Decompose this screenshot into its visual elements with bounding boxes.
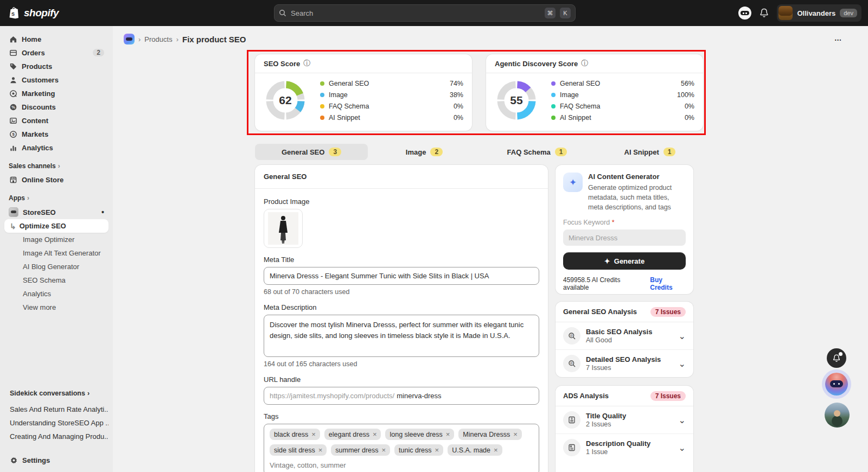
- customers-icon: [9, 75, 17, 84]
- conversation-item[interactable]: Understanding StoreSEO App ...: [4, 416, 108, 430]
- tab-general-seo[interactable]: General SEO3: [255, 144, 368, 160]
- tag-chip[interactable]: Minerva Dresss×: [458, 429, 521, 440]
- floating-ai-assistant-button[interactable]: [825, 373, 848, 396]
- tag-chip[interactable]: side slit dress×: [270, 444, 327, 456]
- conversation-item[interactable]: Creating And Managing Produ...: [4, 430, 108, 443]
- tag-chip[interactable]: long sleeve dress×: [385, 429, 454, 440]
- required-asterisk: *: [612, 219, 615, 226]
- sidebar-item-marketing[interactable]: Marketing: [4, 87, 108, 100]
- legend-dot: [320, 116, 324, 120]
- sidebar-item-discounts[interactable]: % Discounts: [4, 100, 108, 113]
- legend-dot: [551, 81, 556, 86]
- command-key: ⌘: [545, 8, 556, 18]
- chevron-down-icon[interactable]: ⌄: [679, 415, 686, 425]
- sidekick-conversations-header[interactable]: Sidekick conversations ›: [4, 385, 108, 403]
- tag-chip[interactable]: U.S.A. made×: [448, 444, 502, 456]
- url-handle-input[interactable]: https://jamitest.myshopify.com/products/…: [264, 387, 539, 405]
- more-options-button[interactable]: ⋯: [834, 36, 842, 44]
- sales-channels-header[interactable]: Sales channels ›: [0, 155, 113, 173]
- svg-text:S: S: [11, 11, 15, 17]
- notification-bell-icon[interactable]: [759, 8, 769, 18]
- tag-chip[interactable]: elegant dress×: [324, 429, 381, 440]
- ai-generator-description: Generate optimized product metadata, suc…: [588, 183, 686, 212]
- description-quality-row[interactable]: Description Quality1 Issue ⌄: [556, 434, 693, 461]
- tab-ai-snippet[interactable]: AI Snippet1: [593, 144, 706, 160]
- sidebar-item-view-more[interactable]: View more: [4, 301, 108, 314]
- tag-chip[interactable]: tunic dress×: [394, 444, 443, 456]
- url-prefix: https://jamitest.myshopify.com/products/: [270, 392, 394, 400]
- basic-seo-analysis-row[interactable]: @ Basic SEO AnalysisAll Good ⌄: [556, 322, 693, 350]
- sidebar-item-label: Online Store: [22, 176, 63, 184]
- storeseo-breadcrumb-icon[interactable]: [124, 34, 135, 44]
- remove-tag-icon[interactable]: ×: [382, 446, 386, 454]
- seo-score-card: SEO Score ⓘ 62 General SEO74% Image38% F…: [255, 54, 472, 131]
- floating-profile-avatar[interactable]: [825, 403, 850, 428]
- sidebar-item-analytics[interactable]: Analytics: [4, 141, 108, 154]
- sidebar-item-image-optimizer[interactable]: Image Optimizer: [4, 233, 108, 246]
- legend-row: General SEO74%: [320, 78, 463, 89]
- floating-notification-button[interactable]: [827, 348, 846, 368]
- sidebar-item-settings[interactable]: Settings: [4, 452, 108, 467]
- sidebar-item-optimize-seo[interactable]: ↳ Optimize SEO: [4, 219, 108, 233]
- info-icon[interactable]: ⓘ: [581, 59, 588, 68]
- magnifier-icon: @: [563, 327, 580, 345]
- legend-dot: [320, 81, 324, 86]
- sidebar-item-seo-schema[interactable]: SEO Schema: [4, 273, 108, 287]
- chevron-down-icon[interactable]: ⌄: [679, 443, 686, 453]
- remove-tag-icon[interactable]: ×: [311, 430, 316, 438]
- shopify-logo[interactable]: S shopify: [0, 7, 59, 20]
- marketing-icon: [9, 89, 17, 98]
- remove-tag-icon[interactable]: ×: [318, 446, 323, 454]
- breadcrumb-products-link[interactable]: Products: [144, 35, 172, 43]
- generate-button[interactable]: ✦ Generate: [563, 252, 686, 270]
- title-quality-row[interactable]: Title Quality2 Issues ⌄: [556, 406, 693, 434]
- sidebar-item-ai-blog-generator[interactable]: AI Blog Generator: [4, 260, 108, 273]
- focus-keyword-input[interactable]: Minerva Dresss: [563, 229, 686, 246]
- sidebar-item-online-store[interactable]: Online Store: [4, 173, 108, 186]
- conversation-item[interactable]: Sales And Return Rate Analyti...: [4, 403, 108, 416]
- sidebar-item-app-analytics[interactable]: Analytics: [4, 287, 108, 301]
- info-icon[interactable]: ⓘ: [303, 59, 310, 68]
- search-input[interactable]: Search ⌘ K: [274, 4, 576, 22]
- sidebar-item-orders[interactable]: Orders 2: [4, 46, 108, 59]
- chevron-down-icon[interactable]: ⌄: [679, 331, 686, 341]
- sidebar-item-markets[interactable]: $ Markets: [4, 127, 108, 141]
- tag-chip[interactable]: black dress×: [270, 429, 320, 440]
- sidebar-item-content[interactable]: Content: [4, 114, 108, 127]
- tags-placeholder: Vintage, cotton, summer: [270, 460, 533, 470]
- meta-description-textarea[interactable]: Discover the most tylish Minerva Dresss,…: [264, 315, 539, 357]
- tags-input[interactable]: black dress× elegant dress× long sleeve …: [264, 424, 539, 472]
- sidekick-icon[interactable]: [738, 7, 751, 20]
- buy-credits-link[interactable]: Buy Credits: [650, 276, 686, 291]
- sidebar-item-products[interactable]: Products: [4, 60, 108, 73]
- remove-tag-icon[interactable]: ×: [494, 446, 498, 454]
- remove-tag-icon[interactable]: ×: [513, 430, 518, 438]
- tab-image[interactable]: Image2: [368, 144, 481, 160]
- chevron-down-icon[interactable]: ⌄: [679, 359, 686, 369]
- sidebar-item-label: Products: [22, 62, 52, 71]
- remove-tag-icon[interactable]: ×: [446, 430, 450, 438]
- sidebar-item-home[interactable]: Home: [4, 33, 108, 46]
- storeseo-app-icon: [9, 207, 18, 217]
- sidebar-item-customers[interactable]: Customers: [4, 73, 108, 86]
- remove-tag-icon[interactable]: ×: [373, 430, 377, 438]
- bell-icon: [832, 354, 841, 363]
- tab-faq-schema[interactable]: FAQ Schema1: [481, 144, 593, 160]
- product-image-thumbnail[interactable]: [264, 209, 303, 248]
- app-name-label: StoreSEO: [23, 208, 56, 216]
- apps-header[interactable]: Apps ›: [0, 187, 113, 205]
- k-key: K: [560, 8, 571, 18]
- user-menu[interactable]: Ollivanders dev: [777, 4, 861, 22]
- sidebar-item-image-alt-text-generator[interactable]: Image Alt Text Generator: [4, 246, 108, 260]
- meta-title-input[interactable]: Minerva Dresss - Elegant Summer Tunic wi…: [264, 267, 539, 285]
- orders-count-badge: 2: [93, 49, 104, 56]
- meta-description-label: Meta Description: [264, 303, 539, 311]
- detailed-seo-analysis-row[interactable]: @ Detailed SEO Analysis7 Issues ⌄: [556, 350, 693, 377]
- store-avatar: [778, 6, 793, 20]
- legend-row: AI Snippet0%: [320, 112, 463, 123]
- remove-tag-icon[interactable]: ×: [435, 446, 439, 454]
- sidebar-item-storeseo[interactable]: StoreSEO •: [4, 205, 108, 219]
- ads-analysis-panel: ADS Analysis 7 Issues Title Quality2 Iss…: [556, 386, 693, 472]
- legend-dot: [551, 104, 556, 109]
- tag-chip[interactable]: summer dress×: [331, 444, 390, 456]
